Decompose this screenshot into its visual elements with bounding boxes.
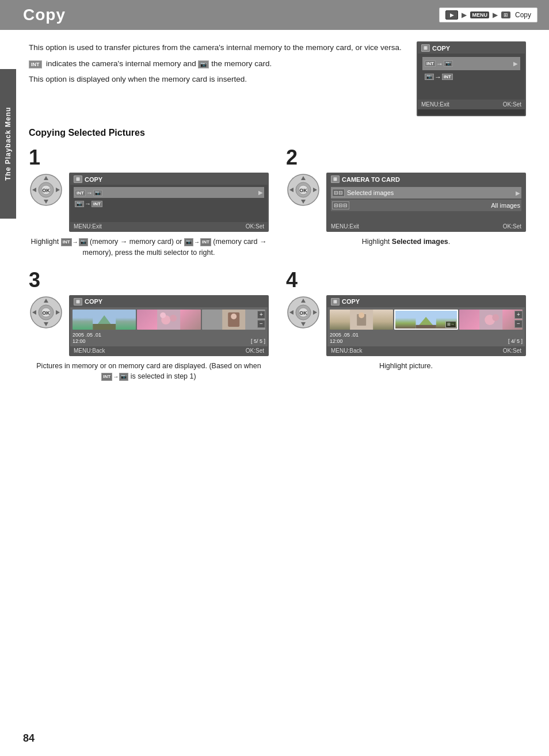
svg-point-29 [170,315,177,322]
step-3-camera-screen: ⊞ COPY [69,295,269,356]
svg-point-30 [160,312,166,318]
step-2-body: ⊟⊟ Selected images ▶ ⊟⊟⊟ All images [327,185,525,222]
mem-inline-1: INT→📷 [425,60,453,68]
svg-text:OK: OK [42,188,50,193]
pic-cell-4-3 [459,310,523,330]
page-number: 84 [23,732,35,744]
svg-rect-26 [93,324,116,330]
step-4-camera-screen: ⊞ COPY [326,295,526,356]
nav-arrow-1: ▶ [462,11,467,19]
step-4-footer-back: MENU:Back [331,348,362,354]
intro-para-1: This option is used to transfer pictures… [29,41,405,54]
step-4-content: OK ⊞ COPY [286,295,526,356]
copy-mark: ⊞→ [445,321,456,328]
step-3: 3 OK [29,270,269,383]
step-3-title: COPY [85,298,102,305]
picture-wrapper-4: ⊞→ + − [330,310,523,330]
pic-cell-3-3 [202,310,265,330]
step-2-title: CAMERA TO CARD [342,176,400,183]
step-1-row-2-label: 📷→INT [75,200,102,207]
svg-text:OK: OK [42,310,50,316]
step-1-footer-set: OK:Set [246,223,264,230]
pm-controls-4: + − [514,311,523,328]
step-4-number: 4 [286,270,526,291]
card-mem-icon: 📷 [198,60,209,68]
step-1-camera-screen: ⊞ COPY INT→📷 ▶ [69,173,269,232]
intro-screen-titlebar: ⊞ COPY [418,43,525,54]
intro-copy-icon: ⊞ [421,44,430,52]
step-3-selector: OK [29,295,63,330]
step-4-selector: OK [286,295,321,330]
step-3-number: 3 [29,270,269,291]
step-2-footer-exit: MENU:Exit [331,223,359,230]
step-2-row-1-label: Selected images [347,189,394,196]
pic-cell-4-2: ⊞→ [394,310,458,330]
step-2-caption-bold: Selected images [392,238,448,246]
plus-btn-4[interactable]: + [514,311,523,319]
side-tab-label: The Playback Menu [0,69,16,219]
header-bar: Copy ▶ ▶ MENU ▶ ⊞ Copy [0,0,549,30]
steps-grid: 1 OK [29,147,526,382]
step-2-row-1-arrow: ▶ [516,190,520,196]
page-title: Copy [23,6,66,24]
step-3-screen: ⊞ COPY [69,295,269,356]
step-2-titlebar: ⊞ CAMERA TO CARD [327,174,525,185]
intro-row-1-label: INT→📷 [425,59,453,68]
svg-text:OK: OK [299,310,307,316]
step-2-selector: OK [286,173,321,207]
mem-inline-2: 📷→INT [425,73,453,81]
step-1-number: 1 [29,147,269,168]
pm-controls-3: + − [257,311,265,328]
step-1-row-2: 📷→INT [74,198,264,209]
step-2-footer: MENU:Exit OK:Set [327,222,525,231]
picture-grid-4: ⊞→ [330,310,523,330]
step-1-selector: OK [29,173,63,207]
step-2-footer-set: OK:Set [503,223,521,230]
minus-btn-4[interactable]: − [514,320,523,328]
step-3-titlebar: ⊞ COPY [70,296,268,307]
main-content: This option is used to transfer pictures… [0,30,549,394]
step-4-caption: Highlight picture. [286,361,526,372]
step-2-row-2-label: All images [491,202,520,209]
step-2-row-2: ⊟⊟⊟ All images [331,200,521,211]
step-3-time-row: 12:00 [ 5/ 5 ] [73,338,265,344]
step-3-body: + − 2005 .05 .01 12:00 [ 5/ 5 ] [70,307,268,346]
step-1-row-1: INT→📷 ▶ [74,187,264,198]
picture-wrapper-3: + − [73,310,265,330]
step-2-number: 2 [286,147,526,168]
breadcrumb-nav: ▶ ▶ MENU ▶ ⊞ Copy [439,7,537,22]
intro-camera-screen: ⊞ COPY INT→📷 ▶ 📷→INT MENU:Exit O [417,41,526,116]
minus-btn-3[interactable]: − [257,320,265,328]
intro-row-2: 📷→INT [422,70,520,83]
nav-arrow-2: ▶ [493,11,498,19]
step-3-date: 2005 .05 .01 [73,332,265,338]
step-4-time-row: 12:00 [ 4/ 5 ] [330,338,523,344]
intro-footer-set: OK:Set [503,101,521,108]
step-1-footer: MENU:Exit OK:Set [70,222,268,231]
intro-text: This option is used to transfer pictures… [29,41,405,116]
step-3-date-info: 2005 .05 .01 12:00 [ 5/ 5 ] [73,332,265,344]
picture-grid-3 [73,310,265,330]
intro-screen-body: INT→📷 ▶ 📷→INT [418,54,525,100]
step-4-counter: [ 4/ 5 ] [508,338,523,344]
step-4-footer: MENU:Back OK:Set [327,346,525,355]
svg-point-50 [492,314,499,321]
multi-selector-2: OK [287,173,320,207]
step-2-row-1: ⊟⊟ Selected images ▶ [331,187,521,198]
step-3-time: 12:00 [73,338,86,344]
int-mem-icon: INT [29,60,42,68]
playback-icon: ▶ [445,10,458,20]
step-1-row-1-label: INT→📷 [75,189,102,196]
step-2-screen: ⊞ CAMERA TO CARD ⊟⊟ Selected images ▶ ⊟⊟… [326,173,526,232]
intro-row-2-label: 📷→INT [425,72,453,81]
step-2-caption: Highlight Selected images. [286,236,526,247]
nav-copy-label: Copy [515,11,531,19]
step-3-icon: ⊞ [74,298,82,306]
step-4-body: ⊞→ + − [327,307,525,346]
step-1-content: OK ⊞ COPY [29,173,269,232]
step-1: 1 OK [29,147,269,258]
step-1-icon: ⊞ [74,175,82,183]
plus-btn-3[interactable]: + [257,311,265,319]
step-3-caption: Pictures in memory or on memory card are… [29,361,269,383]
step-4-date: 2005 .05 .01 [330,332,523,338]
